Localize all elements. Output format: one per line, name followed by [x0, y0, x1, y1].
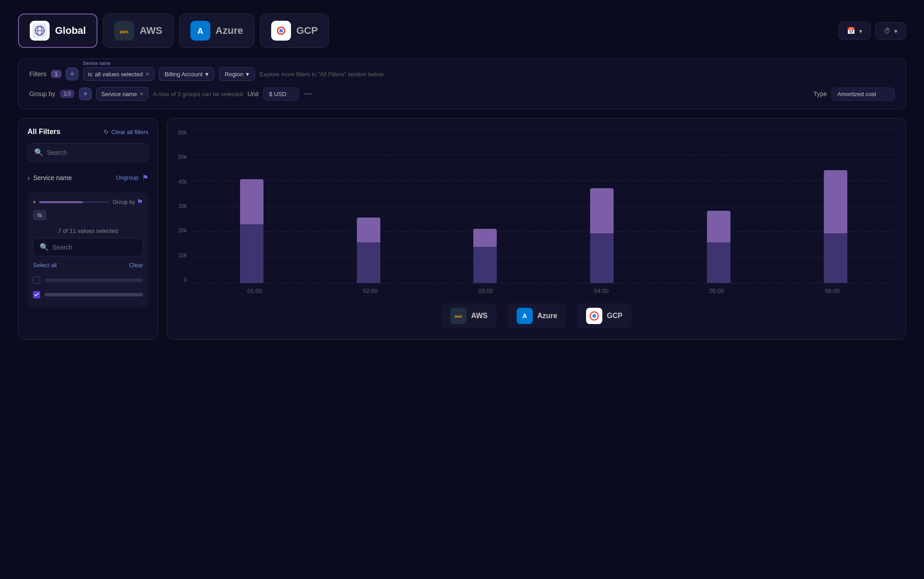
group-service-label: Service name	[101, 91, 137, 97]
bar-top-5	[707, 211, 730, 242]
svg-text:A: A	[197, 27, 203, 36]
separator	[304, 93, 313, 94]
service-name-chip: Service name is all values selected ×	[83, 67, 154, 81]
billing-account-label: Billing Account	[165, 71, 203, 78]
region-dropdown-chevron-icon	[246, 70, 249, 78]
select-all-button[interactable]: Select all	[33, 262, 57, 269]
tab-global[interactable]: Global	[18, 14, 97, 48]
tab-gcp-label: GCP	[296, 25, 318, 37]
x-axis-labels: 01:00 02:00 03:00 04:00 05:00 06:00	[192, 283, 895, 294]
group-chip-close-icon[interactable]: ×	[140, 90, 143, 97]
is-badge: Is	[33, 210, 46, 220]
tab-aws[interactable]: aws AWS	[103, 14, 173, 48]
filters-section: Filters 1 + Service name is all values s…	[18, 59, 906, 109]
bar-stack-6	[824, 170, 847, 283]
type-section: Type Amortized cost	[813, 88, 895, 101]
ungroup-button[interactable]: Ungroup	[116, 174, 139, 181]
y-label-40k: 40k	[178, 179, 187, 185]
bar-stack-4	[590, 188, 614, 283]
chip-close-icon[interactable]: ×	[145, 70, 149, 78]
region-dropdown[interactable]: Region	[219, 67, 255, 81]
svg-text:A: A	[522, 312, 527, 320]
filters-row-1: Filters 1 + Service name is all values s…	[29, 67, 895, 81]
x-label-2: 02:00	[363, 287, 378, 294]
filter-search-box[interactable]: 🔍	[28, 143, 148, 162]
legend-azure[interactable]: A Azure	[508, 303, 566, 329]
select-clear-row: Select all Clear	[33, 262, 143, 269]
main-content: All Filters ↻ Clear all filters 🔍 › Serv…	[18, 118, 906, 340]
legend-aws[interactable]: aws AWS	[441, 303, 496, 329]
bar-top-6	[824, 170, 847, 233]
refresh-icon: ↻	[104, 129, 109, 135]
tab-aws-label: AWS	[139, 25, 162, 37]
type-label: Type	[813, 90, 827, 97]
tab-gcp[interactable]: GCP	[260, 14, 329, 48]
value-search-icon: 🔍	[40, 243, 49, 251]
x-label-4: 04:00	[594, 287, 609, 294]
service-name-filter-label: Service name	[33, 174, 72, 181]
filter-progress-bar-container	[39, 201, 109, 203]
chart-area: 60k 50k 40k 30k 20k 10k 0	[167, 118, 906, 340]
all-values-label: all values selected	[95, 71, 143, 78]
bar-bottom-3	[473, 247, 497, 283]
group-funnel-icon: ⚑	[137, 198, 143, 206]
service-name-chip-label: Service name	[83, 61, 111, 66]
legend-aws-icon: aws	[450, 308, 467, 324]
bar-bottom-2	[357, 242, 380, 283]
x-label-3: 03:00	[478, 287, 493, 294]
add-group-button[interactable]: +	[79, 88, 92, 100]
add-filter-button[interactable]: +	[66, 68, 79, 80]
value-search-input[interactable]	[52, 244, 136, 251]
group-badge: 1/3	[60, 90, 75, 98]
clear-selection-button[interactable]: Clear	[129, 262, 143, 269]
svg-text:aws: aws	[120, 29, 129, 34]
bar-bottom-1	[240, 224, 263, 283]
legend-aws-label: AWS	[471, 312, 487, 320]
y-label-30k: 30k	[178, 203, 187, 209]
chart-body: 60k 50k 40k 30k 20k 10k 0	[178, 130, 895, 294]
legend-gcp[interactable]: GCP	[577, 303, 632, 329]
filters-badge: 1	[51, 70, 61, 78]
search-icon: 🔍	[34, 148, 43, 157]
checkbox-unchecked-1[interactable]	[33, 277, 40, 284]
bar-top-3	[473, 229, 497, 247]
checkbox-checked-2[interactable]	[33, 291, 40, 298]
chart-legend: aws AWS A Azure	[178, 303, 895, 329]
value-search-box[interactable]: 🔍	[33, 238, 143, 256]
left-panel: All Filters ↻ Clear all filters 🔍 › Serv…	[18, 118, 158, 340]
service-name-chip-content[interactable]: is all values selected ×	[83, 67, 154, 81]
bar-group-6	[781, 170, 890, 283]
filter-search-input[interactable]	[47, 149, 142, 156]
legend-gcp-label: GCP	[607, 312, 623, 320]
svg-point-14	[592, 314, 596, 318]
billing-dropdown-chevron-icon	[205, 70, 208, 78]
bars-row	[192, 130, 895, 283]
service-name-row-right: Ungroup ⚑	[116, 173, 148, 182]
bar-group-1	[197, 179, 306, 283]
group-hint: A max of 3 groups can be selected	[153, 91, 243, 97]
filter-progress-bar-fill	[39, 201, 83, 203]
checkbox-row-1	[33, 273, 143, 287]
time-picker[interactable]: ⏱	[875, 22, 906, 40]
x-label-1: 01:00	[247, 287, 262, 294]
tab-azure[interactable]: A Azure	[179, 14, 254, 48]
date-picker[interactable]: 📅	[838, 22, 871, 40]
calendar-icon: 📅	[847, 27, 855, 35]
legend-gcp-icon	[586, 308, 602, 324]
filters-hint: Explore more filters in "All Filters" se…	[259, 71, 384, 78]
chevron-down-small-icon: ▾	[33, 199, 36, 205]
cloud-tabs: Global aws AWS A Azure	[18, 14, 329, 48]
bar-bottom-6	[824, 233, 847, 283]
bar-stack-3	[473, 229, 497, 283]
clear-all-filters-button[interactable]: ↻ Clear all filters	[104, 129, 148, 135]
checkbox-row-2	[33, 287, 143, 302]
bar-top-1	[240, 179, 263, 224]
is-label: is	[88, 71, 92, 78]
bar-group-5	[664, 211, 773, 283]
tab-global-label: Global	[55, 25, 86, 37]
type-input[interactable]: Amortized cost	[832, 88, 895, 101]
billing-account-dropdown[interactable]: Billing Account	[159, 67, 215, 81]
checkbox-bar-1	[45, 278, 143, 282]
unit-input[interactable]: $ USD	[263, 88, 299, 101]
group-service-chip[interactable]: Service name ×	[96, 87, 148, 101]
